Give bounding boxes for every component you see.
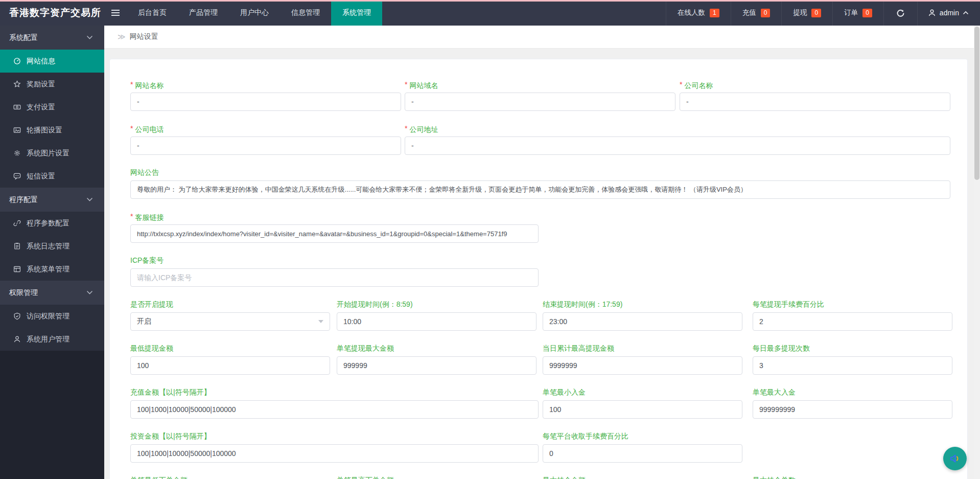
deposit-max-input[interactable] [753,400,952,419]
sidebar-group-program-config[interactable]: 程序配置 [0,188,104,212]
withdraw-start-input[interactable] [337,312,536,331]
sidebar-item-system-images[interactable]: 系统图片设置 [0,142,104,165]
sidebar-item-reward-settings[interactable]: 奖励设置 [0,73,104,96]
withdraw-single-max-input[interactable] [337,356,536,375]
invest-amounts-input[interactable] [130,444,539,463]
sidebar-item-system-logs[interactable]: 系统日志管理 [0,235,104,258]
withdraw-daily-times-input[interactable] [753,356,952,375]
nav-item-products[interactable]: 产品管理 [178,0,229,26]
nav-item-info[interactable]: 信息管理 [280,0,331,26]
sidebar-item-carousel-settings[interactable]: 轮播图设置 [0,119,104,142]
withdraw-min-input[interactable] [130,356,330,375]
stat-orders[interactable]: 订单 0 [832,0,883,26]
company-phone-input[interactable] [130,136,401,155]
field-label: *公司名称 [680,80,950,89]
nav-item-system[interactable]: 系统管理 [331,0,382,26]
star-icon [13,80,21,88]
main-area: ≫ 网站设置 *网站名称 *网站域名 *公司名称 * [104,26,980,479]
audio-floating-button[interactable] [943,447,967,470]
withdraw-fee-pct-input[interactable] [753,312,952,331]
scrollbar[interactable] [974,26,980,479]
group-label: 程序配置 [9,195,38,204]
field-site-name: *网站名称 [130,80,401,111]
field-label: 每笔提现手续费百分比 [753,300,952,309]
field-site-domain: *网站域名 [405,80,675,111]
field-label: 单笔最高下单金额 [337,475,536,479]
sidebar-group-system-config[interactable]: 系统配置 [0,26,104,50]
deposit-min-input[interactable] [543,400,742,419]
field-label: 开始提现时间(例：8:59) [337,300,536,309]
sidebar-item-system-menus[interactable]: 系统菜单管理 [0,258,104,281]
sidebar-item-label: 访问权限管理 [27,312,69,321]
field-company-address: *公司地址 [405,124,950,155]
scrollbar-thumb[interactable] [974,27,979,180]
sidebar-group-items: 程序参数配置 系统日志管理 系统菜单管理 [0,212,104,281]
stat-label: 在线人数 [678,8,705,17]
sidebar-item-site-info[interactable]: 网站信息 [0,50,104,73]
select-value: 开启 [137,317,151,326]
stat-recharge[interactable]: 充值 0 [731,0,782,26]
withdraw-daily-max-input[interactable] [543,356,742,375]
field-label: 是否开启提现 [130,300,330,309]
sidebar-item-label: 系统图片设置 [27,149,69,158]
company-name-input[interactable] [680,93,950,111]
field-deposit-min: 单笔最小入金 [543,387,742,419]
gear-icon [13,149,21,157]
service-link-input[interactable] [130,224,539,243]
top-nav: 后台首页 产品管理 用户中心 信息管理 系统管理 [127,0,382,26]
field-withdraw-fee-pct: 每笔提现手续费百分比 [753,300,952,331]
sidebar-group-items: 网站信息 奖励设置 支付设置 轮播图设置 系统图片设置 短信设置 [0,50,104,188]
sidebar-item-payment-settings[interactable]: 支付设置 [0,96,104,119]
field-label: ICP备案号 [130,256,539,265]
icp-input[interactable] [130,268,539,287]
field-withdraw-daily-max: 当日累计最高提现金额 [543,344,742,375]
field-label: 当日累计最高提现金额 [543,344,742,353]
log-clipboard-icon [13,242,21,250]
hamburger-menu-icon[interactable] [104,0,127,26]
topbar-right: 在线人数 1 充值 0 提现 0 订单 0 admin [666,0,980,26]
withdraw-enabled-select[interactable]: 开启 [130,312,330,331]
site-domain-input[interactable] [405,93,675,111]
stat-withdraw[interactable]: 提现 0 [781,0,832,26]
site-notice-input[interactable] [130,180,950,199]
refresh-icon [896,9,905,17]
field-service-link: *客服链接 [130,212,539,243]
withdraw-end-input[interactable] [543,312,742,331]
sidebar-item-access-permissions[interactable]: 访问权限管理 [0,305,104,328]
admin-username: admin [940,9,959,17]
stat-online-users[interactable]: 在线人数 1 [666,0,731,26]
withdraw-count-badge: 0 [811,9,821,17]
sidebar-item-label: 系统菜单管理 [27,265,69,274]
required-asterisk: * [130,80,133,88]
nav-item-users[interactable]: 用户中心 [229,0,280,26]
sidebar-group-permissions[interactable]: 权限管理 [0,281,104,305]
sidebar-item-program-params[interactable]: 程序参数配置 [0,212,104,235]
refresh-button[interactable] [883,0,917,26]
field-recharge-amounts: 充值金额【以|符号隔开】 [130,387,539,419]
recharge-count-badge: 0 [761,9,771,17]
site-name-input[interactable] [130,93,401,111]
nav-item-dashboard[interactable]: 后台首页 [127,0,178,26]
field-label: 充值金额【以|符号隔开】 [130,387,539,397]
stat-label: 充值 [742,8,756,17]
content-area: *网站名称 *网站域名 *公司名称 *公司电话 *公司地址 [104,49,980,479]
company-address-input[interactable] [405,136,950,155]
dashboard-icon [13,57,21,65]
admin-user-menu[interactable]: admin [917,0,980,26]
field-order-min: 单笔最低下单金额 [130,475,330,479]
sidebar-item-label: 轮播图设置 [27,126,62,135]
sidebar-item-label: 网站信息 [27,57,55,66]
field-label: *公司电话 [130,124,401,133]
platform-fee-pct-input[interactable] [543,444,742,463]
recharge-amounts-input[interactable] [130,400,539,419]
topbar: 香港数字资产交易所 后台首页 产品管理 用户中心 信息管理 系统管理 在线人数 … [0,0,980,26]
required-asterisk: * [680,80,682,88]
sidebar-item-system-users[interactable]: 系统用户管理 [0,328,104,351]
field-platform-fee-pct: 每笔平台收取手续费百分比 [543,431,742,463]
menu-layout-icon [13,265,21,273]
field-label: 单笔最小入金 [543,387,742,397]
field-invest-amounts: 投资金额【以|符号隔开】 [130,431,539,463]
field-label: *公司地址 [405,124,950,133]
sidebar-item-sms-settings[interactable]: 短信设置 [0,165,104,188]
sidebar-item-label: 短信设置 [27,172,55,181]
